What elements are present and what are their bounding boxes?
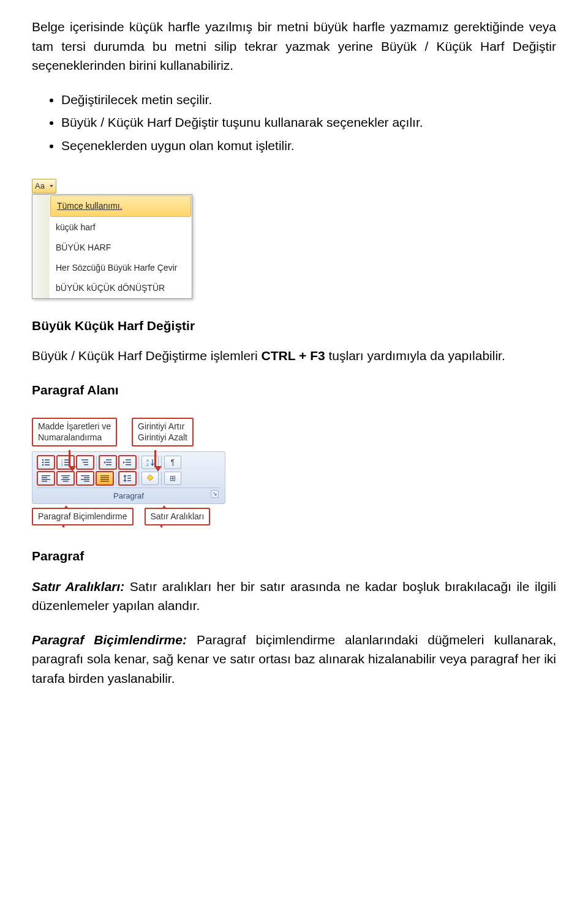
- change-case-dropdown: Aa Tümce kullanımı. küçük harf BÜYÜK HAR…: [32, 175, 192, 299]
- show-hide-pilcrow-button[interactable]: ¶: [164, 456, 181, 469]
- menu-item-label: BÜYÜK HARF: [50, 238, 192, 258]
- svg-rect-46: [127, 475, 131, 476]
- paragraph-ribbon-group: 123 AZ ¶: [32, 451, 225, 504]
- svg-rect-36: [84, 477, 89, 478]
- shortcut-key: CTRL + F3: [262, 348, 325, 363]
- menu-item-label: küçük harf: [50, 217, 192, 238]
- svg-rect-39: [100, 475, 109, 476]
- callout-paragraph-formatting: Paragraf Biçimlendirme: [32, 508, 134, 526]
- svg-rect-20: [126, 462, 131, 463]
- svg-rect-47: [127, 478, 131, 479]
- svg-rect-14: [84, 464, 88, 465]
- svg-marker-44: [123, 475, 127, 476]
- shortcut-text: tuşları yardımıyla da yapılabilir.: [325, 348, 505, 363]
- line-spacing-button[interactable]: [119, 472, 136, 485]
- intro-paragraph: Belge içerisinde küçük harfle yazılmış b…: [32, 17, 556, 75]
- shortcut-text: Büyük / Küçük Harf Değiştirme işlemleri: [32, 348, 262, 363]
- heading-paragraph-area: Paragraf Alanı: [32, 380, 556, 400]
- svg-rect-35: [81, 475, 89, 476]
- svg-rect-5: [45, 464, 50, 465]
- svg-text:A: A: [146, 459, 149, 462]
- borders-button[interactable]: ⊞: [164, 472, 181, 485]
- term-label: Paragraf Biçimlendirme:: [32, 633, 187, 647]
- svg-rect-27: [42, 475, 50, 476]
- paragraph-formatting-paragraph: Paragraf Biçimlendirme: Paragraf biçimle…: [32, 630, 556, 688]
- svg-rect-42: [100, 481, 109, 482]
- menu-item-uppercase[interactable]: BÜYÜK HARF: [32, 238, 192, 258]
- heading-paragraph: Paragraf: [32, 546, 556, 566]
- svg-rect-16: [106, 462, 111, 463]
- svg-text:Z: Z: [146, 463, 149, 467]
- svg-rect-48: [127, 480, 131, 481]
- svg-rect-29: [42, 479, 50, 480]
- svg-rect-28: [42, 477, 47, 478]
- svg-rect-3: [45, 462, 50, 463]
- callout-line: Girintiyi Azalt: [138, 432, 187, 442]
- svg-rect-21: [126, 464, 131, 465]
- steps-list: Değiştirilecek metin seçilir. Büyük / Kü…: [61, 90, 556, 156]
- svg-marker-18: [104, 461, 105, 464]
- dialog-launcher-icon[interactable]: ↘: [211, 490, 219, 498]
- svg-rect-38: [84, 481, 89, 482]
- callout-indent: Girintiyi Artır Girintiyi Azalt: [132, 418, 194, 446]
- shading-button[interactable]: [141, 472, 159, 485]
- callout-line: Numaralandırma: [38, 432, 102, 442]
- term-label: Satır Aralıkları:: [32, 579, 124, 593]
- callout-line: Girintiyi Artır: [138, 421, 184, 431]
- align-left-button[interactable]: [37, 472, 55, 485]
- menu-item-sentence-case[interactable]: Tümce kullanımı.: [32, 195, 192, 217]
- line-spacing-paragraph: Satır Aralıkları: Satır aralıkları her b…: [32, 577, 556, 616]
- callout-bullets-numbering: Madde İşaretleri ve Numaralandırma: [32, 418, 117, 446]
- decrease-indent-button[interactable]: [99, 456, 116, 469]
- svg-rect-30: [42, 481, 47, 482]
- svg-marker-45: [123, 480, 127, 482]
- svg-marker-22: [123, 461, 125, 464]
- step-item: Seçeneklerden uygun olan komut işletilir…: [61, 136, 556, 156]
- svg-point-4: [42, 464, 44, 466]
- svg-rect-17: [106, 464, 111, 465]
- bullets-button[interactable]: [37, 456, 55, 469]
- menu-item-lowercase[interactable]: küçük harf: [32, 217, 192, 238]
- step-item: Değiştirilecek metin seçilir.: [61, 90, 556, 110]
- svg-rect-34: [63, 481, 69, 482]
- align-center-button[interactable]: [57, 472, 74, 485]
- svg-rect-13: [83, 462, 88, 463]
- svg-rect-32: [63, 477, 69, 478]
- paragraph-ribbon-diagram: Madde İşaretleri ve Numaralandırma Girin…: [32, 418, 225, 525]
- shortcut-paragraph: Büyük / Küçük Harf Değiştirme işlemleri …: [32, 346, 556, 366]
- increase-indent-button[interactable]: [119, 456, 136, 469]
- menu-item-label: Tümce kullanımı.: [57, 201, 123, 211]
- svg-rect-15: [106, 459, 111, 461]
- svg-rect-37: [81, 479, 89, 480]
- heading-change-case: Büyük Küçük Harf Değiştir: [32, 316, 556, 336]
- callout-line: Madde İşaretleri ve: [38, 421, 111, 431]
- justify-button[interactable]: [96, 472, 113, 485]
- svg-rect-31: [61, 475, 70, 476]
- svg-rect-40: [100, 477, 109, 478]
- svg-rect-1: [45, 459, 50, 461]
- svg-rect-12: [81, 459, 88, 461]
- ribbon-group-label: Paragraf ↘: [37, 488, 220, 502]
- svg-rect-19: [126, 459, 131, 461]
- align-right-button[interactable]: [77, 472, 94, 485]
- menu-item-label: Her Sözcüğü Büyük Harfe Çevir: [50, 258, 192, 278]
- multilevel-list-button[interactable]: [77, 456, 94, 469]
- svg-text:3: 3: [61, 464, 63, 466]
- svg-rect-33: [61, 479, 70, 480]
- change-case-button[interactable]: Aa: [32, 179, 56, 194]
- menu-item-capitalize[interactable]: Her Sözcüğü Büyük Harfe Çevir: [32, 258, 192, 278]
- menu-item-toggle-case[interactable]: bÜYÜK kÜÇÜK dÖNÜŞTÜR: [32, 278, 192, 298]
- svg-rect-41: [100, 479, 109, 480]
- svg-point-0: [42, 459, 44, 461]
- step-item: Büyük / Küçük Harf Değiştir tuşunu kulla…: [61, 113, 556, 132]
- svg-point-2: [42, 462, 44, 464]
- change-case-menu: Tümce kullanımı. küçük harf BÜYÜK HARF H…: [32, 194, 192, 299]
- ribbon-group-label-text: Paragraf: [113, 491, 144, 500]
- callout-line-spacing: Satır Aralıkları: [145, 508, 211, 526]
- menu-item-label: bÜYÜK kÜÇÜK dÖNÜŞTÜR: [50, 278, 192, 298]
